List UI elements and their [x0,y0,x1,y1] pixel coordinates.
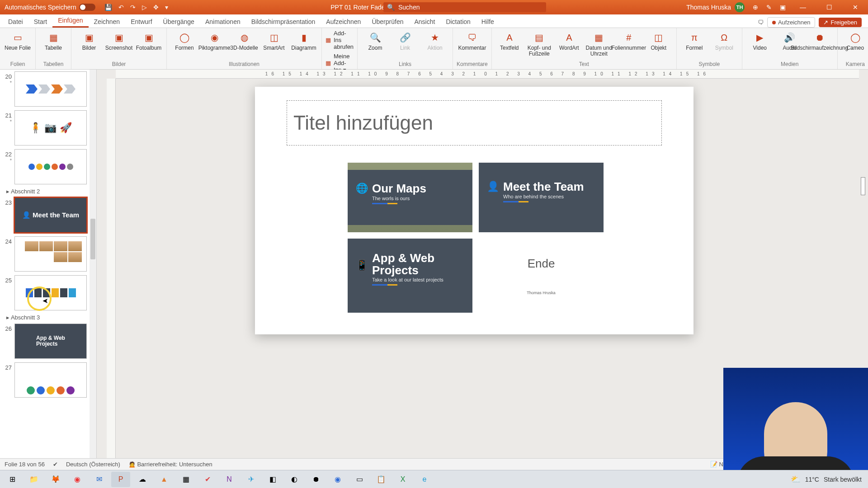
taskbar-edge[interactable]: e [415,472,434,487]
tool-bilder[interactable]: ▣Bilder [75,30,103,60]
tab-animationen[interactable]: Animationen [200,15,246,28]
scrollbar-handle[interactable] [90,219,95,259]
autosave-switch[interactable] [79,4,95,11]
tool-tabelle[interactable]: ▦Tabelle [39,30,67,60]
tab-bildschirmpraesentation[interactable]: Bildschirmpräsentation [246,15,321,28]
zoom-tile-meet-team[interactable]: 👤 Meet the Team Who are behind the scene… [479,163,604,232]
tool-textfeld[interactable]: ATextfeld [495,30,524,60]
tab-uebergaenge[interactable]: Übergänge [158,15,200,28]
taskbar-onenote[interactable]: N [220,472,239,487]
tab-ueberpruefen[interactable]: Überprüfen [366,15,409,28]
tool-datum-und-uhrzeit[interactable]: ▦Datum und Uhrzeit [585,30,613,60]
tab-aufzeichnen[interactable]: Aufzeichnen [321,15,366,28]
start-button[interactable]: ⊞ [3,472,22,487]
get-addins-button[interactable]: ▦ Add-Ins abrufen [326,30,354,50]
section-abschnitt-3[interactable]: ▸ Abschnitt 3 [0,312,90,322]
tool-kopf-und-fu-zeile[interactable]: ▤Kopf- und Fußzeile [525,30,553,60]
taskbar-app-8[interactable]: 📋 [372,472,391,487]
minimize-button[interactable]: — [794,4,812,11]
touch-mode-icon[interactable]: ✥ [153,4,159,11]
tab-dictation[interactable]: Dictation [440,15,476,28]
tool-3d-modelle[interactable]: ◍3D-Modelle [230,30,258,60]
close-button[interactable]: ✕ [846,4,864,11]
tool-objekt[interactable]: ◫Objekt [645,30,673,60]
slide-thumbnail-23[interactable]: 23👤 Meet the Team [0,196,90,235]
taskbar-telegram[interactable]: ✈ [241,472,260,487]
slide-thumbnail-25[interactable]: 25 [0,273,90,312]
record-button[interactable]: Aufzeichnen [767,17,816,28]
slide-thumbnail-26[interactable]: 26App & WebProjects [0,322,90,361]
taskbar-explorer[interactable]: 📁 [24,472,43,487]
tool-zoom[interactable]: 🔍Zoom [361,30,389,60]
slide-thumbnail-20[interactable]: 20* [0,70,90,108]
language-indicator[interactable]: Deutsch (Österreich) [66,461,120,468]
accessibility-indicator[interactable]: 🙍 Barrierefreiheit: Untersuchen [128,461,212,468]
taskbar-vlc[interactable]: ▲ [155,472,174,487]
tab-datei[interactable]: Datei [3,15,28,28]
title-placeholder[interactable]: Titel hinzufügen [287,100,662,145]
tool-wordart[interactable]: AWordArt [555,30,583,60]
tool-screenshot[interactable]: ▣Screenshot [105,30,133,60]
user-account[interactable]: Thomas Hruska TH [686,2,745,12]
taskbar-app-7[interactable]: ▭ [350,472,369,487]
taskbar-todoist[interactable]: ✔ [198,472,217,487]
redo-icon[interactable]: ↷ [130,4,136,11]
tool-bildschirmaufzeichnung[interactable]: ⏺Bildschirmaufzeichnung [806,30,834,60]
slide-thumbnail-22[interactable]: 22* [0,147,90,186]
comments-icon[interactable]: 🗨 [758,19,764,26]
tool-link[interactable]: 🔗Link [391,30,419,60]
taskbar-powerpoint[interactable]: P [111,472,130,487]
tool-video[interactable]: ▶Video [746,30,774,60]
tab-entwurf[interactable]: Entwurf [125,15,157,28]
tab-ansicht[interactable]: Ansicht [409,15,440,28]
coming-soon-icon[interactable]: ⊕ [753,4,758,11]
taskbar-firefox[interactable]: 🦊 [46,472,65,487]
maximize-button[interactable]: ☐ [820,4,838,11]
tool-neue-folie[interactable]: ▭Neue Folie [4,30,32,60]
tool-foliennummer[interactable]: #Foliennummer [615,30,643,60]
slide-thumbnail-27[interactable]: 27 [0,361,90,399]
tab-zeichnen[interactable]: Zeichnen [89,15,126,28]
section-abschnitt-2[interactable]: ▸ Abschnitt 2 [0,186,90,196]
undo-icon[interactable]: ↶ [118,4,124,11]
taskbar-app-6[interactable]: ◉ [328,472,347,487]
taskbar-excel[interactable]: X [393,472,412,487]
autosave-toggle[interactable]: Automatisches Speichern [0,4,100,11]
tool-formel[interactable]: πFormel [680,30,708,60]
tool-smartart[interactable]: ◫SmartArt [260,30,288,60]
tool-diagramm[interactable]: ▮Diagramm [290,30,318,60]
tool-piktogramme[interactable]: ◉Piktogramme [200,30,228,60]
tool-aktion[interactable]: ★Aktion [421,30,449,60]
search-box[interactable]: 🔍 Suchen [383,2,546,12]
selection-handle[interactable] [861,177,865,195]
pen-icon[interactable]: ✎ [766,4,772,11]
spellcheck-icon[interactable]: ✔ [53,461,58,468]
thumbnails-scrollbar[interactable] [90,70,96,474]
taskbar-app-2[interactable]: ▦ [176,472,195,487]
zoom-tile-our-maps[interactable]: 🌐 Our Maps The worls is ours [348,163,472,232]
tab-start[interactable]: Start [28,15,53,28]
tool-formen[interactable]: ◯Formen [170,30,198,60]
tool-cameo[interactable]: ◯Cameo [841,30,868,60]
window-layout-icon[interactable]: ▣ [780,4,786,11]
share-button[interactable]: ↗Freigeben [819,18,862,27]
taskbar-chrome[interactable]: ◉ [68,472,87,487]
taskbar-app-3[interactable]: ◧ [263,472,282,487]
tab-hilfe[interactable]: Hilfe [476,15,500,28]
qat-more-icon[interactable]: ▾ [165,4,168,11]
taskbar-app-5[interactable]: ⏺ [307,472,326,487]
tool-fotoalbum[interactable]: ▣Fotoalbum [135,30,163,60]
present-from-start-icon[interactable]: ▷ [142,4,147,11]
zoom-tile-ende[interactable]: Ende Thomas Hruska [479,239,604,313]
slide[interactable]: Titel hinzufügen 🌐 Our Maps The worls is… [255,87,693,334]
tool-symbol[interactable]: ΩSymbol [710,30,738,60]
zoom-tile-app-web[interactable]: 📱 App & Web Projects Take a look at our … [348,239,472,313]
save-icon[interactable]: 💾 [104,4,112,11]
tab-einfuegen[interactable]: Einfügen [52,14,88,28]
slide-thumbnail-24[interactable]: 24 [0,235,90,273]
taskbar-outlook[interactable]: ✉ [90,472,108,487]
tool-kommentar[interactable]: 🗨Kommentar [458,30,486,60]
weather-icon[interactable]: ⛅ [791,474,801,484]
slide-counter[interactable]: Folie 18 von 56 [5,461,45,468]
taskbar-app-4[interactable]: ◐ [285,472,304,487]
